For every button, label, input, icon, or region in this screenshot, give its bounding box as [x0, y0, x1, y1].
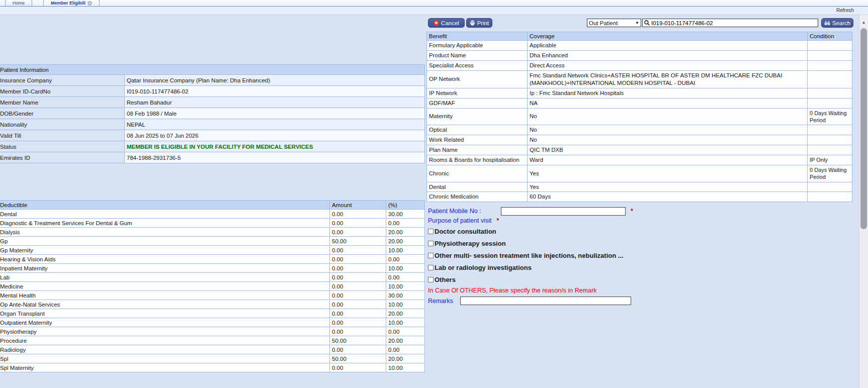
purpose-option[interactable]: Others — [428, 273, 740, 285]
purpose-option[interactable]: Physiotherapy session — [428, 237, 740, 249]
right-toolbar: Cancel Print Out Patient ▼ Search — [426, 18, 855, 28]
benefit-row: GDF/MAF NA — [427, 98, 852, 108]
deductible-name: Gp Maternity — [0, 246, 330, 255]
search-field[interactable] — [642, 19, 818, 27]
vertical-scrollbar[interactable]: ▲ — [859, 15, 868, 388]
benefit-condition — [808, 50, 852, 60]
patient-information-title: Patient Information — [0, 65, 425, 75]
purpose-option-label: Lab or radiology investigations — [435, 264, 532, 271]
deductible-name: Op Ante-Natal Services — [0, 300, 330, 309]
deductible-header-row: Deductible Amount (%) — [0, 201, 425, 210]
deductible-row: Medicine 0.00 10.00 — [0, 282, 425, 291]
scrollbar-thumb[interactable] — [860, 28, 867, 229]
deductible-amount: 50.00 — [330, 354, 386, 363]
deductible-row: Gp Maternity 0.00 10.00 — [0, 246, 425, 255]
patient-info-row: DOB/Gender 08 Feb 1988 / Male — [0, 108, 425, 119]
deductible-percent: 30.00 — [386, 291, 425, 300]
benefit-condition: IP Only — [808, 155, 852, 165]
benefit-name: Maternity — [427, 108, 528, 125]
benefit-condition — [808, 98, 852, 108]
benefit-row: Specialist Access Direct Access — [427, 60, 852, 70]
remarks-input[interactable] — [460, 297, 631, 305]
deductible-row: Organ Transplant 0.00 20.00 — [0, 309, 425, 318]
deductible-name: Outpatient Maternity — [0, 318, 330, 327]
deductible-percent: 30.00 — [386, 210, 425, 219]
deductible-table: Deductible Amount (%) Dental 0.00 30.00 … — [0, 200, 425, 372]
benefit-coverage: 60 Days — [528, 192, 808, 202]
member-name-label: Member Name — [0, 97, 125, 108]
benefit-condition: 0 Days Waiting Period — [808, 108, 852, 125]
checkbox-icon[interactable] — [428, 265, 433, 270]
deductible-percent: 20.00 — [386, 237, 425, 246]
deductible-name: Physiotherapy — [0, 327, 330, 336]
deductible-row: Spl 50.00 20.00 — [0, 354, 425, 363]
search-input[interactable] — [651, 20, 816, 26]
benefit-condition: 0 Days Waiting Period — [808, 165, 852, 182]
benefit-name: Work Related — [427, 135, 528, 145]
visit-type-select[interactable]: Out Patient ▼ — [587, 19, 641, 27]
benefit-name: Chronic — [427, 165, 528, 182]
deductible-amount: 0.00 — [330, 309, 386, 318]
benefit-condition — [808, 125, 852, 135]
deductible-amount: 0.00 — [330, 282, 386, 291]
tab-bar: Home Member Eligibili × — [0, 0, 868, 7]
benefit-name: Optical — [427, 125, 528, 135]
status-badge: MEMBER IS ELIGIBLE IN YOUR FACILITY FOR … — [125, 141, 425, 152]
purpose-option[interactable]: Lab or radiology investigations — [428, 261, 740, 273]
purpose-option[interactable]: Doctor consultation — [428, 225, 740, 237]
condition-header: Condition — [808, 32, 852, 41]
deductible-percent: 20.00 — [386, 336, 425, 345]
benefit-coverage: Applicable — [528, 41, 808, 51]
dob-gender-label: DOB/Gender — [0, 108, 125, 119]
others-note: In Case Of OTHERS, Please specify the re… — [428, 287, 740, 296]
member-id-value: I019-010-117477486-02 — [125, 86, 425, 97]
required-asterisk: * — [496, 217, 499, 224]
purpose-option[interactable]: Other multi- session treatment like inje… — [428, 249, 740, 261]
benefit-condition — [808, 145, 852, 155]
close-icon[interactable]: × — [88, 1, 92, 6]
deductible-name: Diagnostic & Treatment Services For Dent… — [0, 219, 330, 228]
purpose-option-label: Other multi- session treatment like inje… — [435, 252, 624, 259]
tab-member-eligibility[interactable]: Member Eligibili × — [43, 0, 100, 6]
benefit-condition — [808, 41, 852, 51]
patient-mobile-row: Patient Mobile No : * — [428, 206, 740, 216]
benefit-row: Formulary Applicable Applicable — [427, 41, 852, 51]
benefit-name: GDF/MAF — [427, 98, 528, 108]
deductible-percent: 20.00 — [386, 309, 425, 318]
cancel-icon — [433, 20, 439, 26]
print-button[interactable]: Print — [466, 18, 492, 28]
checkbox-icon[interactable] — [428, 229, 433, 234]
scroll-up-arrow[interactable]: ▲ — [859, 19, 868, 26]
purpose-options: Doctor consultation Physiotherapy sessio… — [428, 225, 740, 285]
checkbox-icon[interactable] — [428, 241, 433, 246]
benefit-row: Optical No — [427, 125, 852, 135]
cancel-button-label: Cancel — [441, 20, 459, 26]
deductible-amount: 0.00 — [330, 255, 386, 264]
percent-header: (%) — [386, 201, 425, 210]
cancel-button[interactable]: Cancel — [428, 18, 465, 28]
deductible-row: Dialysis 0.00 20.00 — [0, 228, 425, 237]
purpose-option-label: Physiotherapy session — [435, 240, 506, 247]
tab-home[interactable]: Home — [5, 0, 32, 6]
deductible-amount: 0.00 — [330, 363, 386, 372]
benefit-row: Plan Name QIC TM DXB — [427, 145, 852, 155]
deductible-name: Hearing & Vision Aids — [0, 255, 330, 264]
deductible-row: Outpatient Maternity 0.00 10.00 — [0, 318, 425, 327]
deductible-row: Op Ante-Natal Services 0.00 10.00 — [0, 300, 425, 309]
refresh-link[interactable]: Refresh — [836, 8, 854, 13]
benefit-row: Product Name Dha Enhanced — [427, 50, 852, 60]
deductible-row: Dental 0.00 30.00 — [0, 210, 425, 219]
benefit-condition — [808, 135, 852, 145]
benefit-name: Chronic Medication — [427, 192, 528, 202]
benefit-coverage: No — [528, 125, 808, 135]
deductible-amount: 0.00 — [330, 228, 386, 237]
deductible-name: Radiology — [0, 345, 330, 354]
deductible-header: Deductible — [0, 201, 330, 210]
search-button[interactable]: Search — [821, 18, 853, 28]
deductible-row: Mental Health 0.00 30.00 — [0, 291, 425, 300]
deductible-name: Lab — [0, 273, 330, 282]
patient-mobile-input[interactable] — [501, 207, 626, 216]
status-label: Status — [0, 141, 125, 152]
checkbox-icon[interactable] — [428, 277, 433, 282]
checkbox-icon[interactable] — [428, 253, 433, 258]
